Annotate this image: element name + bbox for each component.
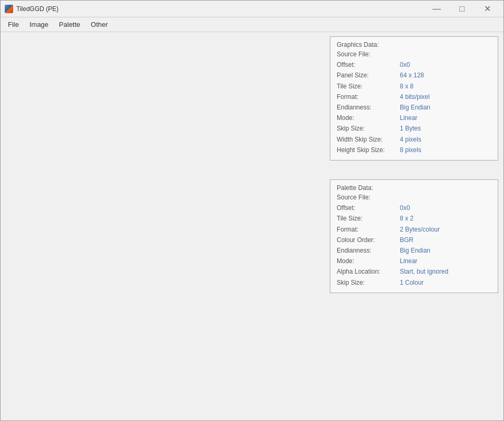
title-bar-controls: — □ ✕ — [425, 1, 499, 17]
palette-endianness-value: Big Endian — [400, 246, 430, 256]
palette-offset-label: Offset: — [337, 203, 400, 213]
title-bar: TiledGGD (PE) — □ ✕ — [1, 1, 503, 17]
menu-palette[interactable]: Palette — [54, 18, 85, 31]
graphics-skip-size-label: Skip Size: — [337, 124, 400, 134]
palette-format-row: Format: 2 Bytes/colour — [337, 225, 491, 235]
graphics-tile-size-row: Tile Size: 8 x 8 — [337, 82, 491, 92]
palette-colour-order-row: Colour Order: BGR — [337, 235, 491, 245]
menu-file[interactable]: File — [3, 18, 24, 31]
graphics-offset-label: Offset: — [337, 60, 400, 70]
palette-mode-value: Linear — [400, 256, 417, 266]
palette-tile-size-label: Tile Size: — [337, 214, 400, 224]
graphics-offset-row: Offset: 0x0 — [337, 60, 491, 70]
graphics-format-value: 4 bits/pixel — [400, 92, 430, 102]
palette-offset-row: Offset: 0x0 — [337, 203, 491, 213]
close-button[interactable]: ✕ — [475, 1, 499, 17]
graphics-width-skip-value: 4 pixels — [400, 135, 421, 145]
palette-tile-size-row: Tile Size: 8 x 2 — [337, 214, 491, 224]
graphics-height-skip-label: Height Skip Size: — [337, 145, 400, 155]
graphics-mode-label: Mode: — [337, 113, 400, 123]
graphics-height-skip-value: 8 pixels — [400, 145, 421, 155]
palette-colour-order-value: BGR — [400, 235, 414, 245]
graphics-offset-value: 0x0 — [400, 60, 410, 70]
palette-skip-size-row: Skip Size: 1 Colour — [337, 278, 491, 288]
graphics-skip-size-value: 1 Bytes — [400, 124, 421, 134]
menu-other[interactable]: Other — [86, 18, 114, 31]
palette-skip-size-label: Skip Size: — [337, 278, 400, 288]
graphics-mode-value: Linear — [400, 113, 417, 123]
graphics-width-skip-label: Width Skip Size: — [337, 135, 400, 145]
palette-alpha-location-row: Alpha Location: Start, but ignored — [337, 267, 491, 277]
menu-bar: File Image Palette Other — [1, 17, 503, 32]
graphics-panel-size-value: 64 x 128 — [400, 71, 424, 81]
palette-format-value: 2 Bytes/colour — [400, 225, 440, 235]
minimize-button[interactable]: — — [425, 1, 449, 17]
graphics-skip-size-row: Skip Size: 1 Bytes — [337, 124, 491, 134]
graphics-panel-header: Graphics Data: — [337, 41, 491, 48]
palette-alpha-location-label: Alpha Location: — [337, 267, 400, 277]
palette-mode-label: Mode: — [337, 256, 400, 266]
graphics-panel-size-label: Panel Size: — [337, 71, 400, 81]
graphics-source-file-label: Source File: — [337, 49, 400, 59]
main-window: TiledGGD (PE) — □ ✕ File Image Palette O… — [0, 0, 504, 421]
graphics-mode-row: Mode: Linear — [337, 113, 491, 123]
graphics-endianness-value: Big Endian — [400, 103, 430, 113]
palette-data-panel: Palette Data: Source File: Offset: 0x0 T… — [330, 179, 498, 293]
palette-endianness-label: Endianness: — [337, 246, 400, 256]
maximize-button[interactable]: □ — [450, 1, 474, 17]
palette-format-label: Format: — [337, 225, 400, 235]
menu-image[interactable]: Image — [24, 18, 54, 31]
palette-tile-size-value: 8 x 2 — [400, 214, 414, 224]
window-title: TiledGGD (PE) — [16, 5, 58, 13]
graphics-endianness-row: Endianness: Big Endian — [337, 103, 491, 113]
palette-source-file-label: Source File: — [337, 193, 400, 203]
main-content: Graphics Data: Source File: Offset: 0x0 … — [1, 32, 503, 420]
palette-mode-row: Mode: Linear — [337, 256, 491, 266]
graphics-panel-size-row: Panel Size: 64 x 128 — [337, 71, 491, 81]
palette-colour-order-label: Colour Order: — [337, 235, 400, 245]
title-bar-left: TiledGGD (PE) — [5, 5, 58, 13]
graphics-width-skip-row: Width Skip Size: 4 pixels — [337, 135, 491, 145]
graphics-height-skip-row: Height Skip Size: 8 pixels — [337, 145, 491, 155]
graphics-endianness-label: Endianness: — [337, 103, 400, 113]
palette-endianness-row: Endianness: Big Endian — [337, 246, 491, 256]
palette-skip-size-value: 1 Colour — [400, 278, 424, 288]
palette-alpha-location-value: Start, but ignored — [400, 267, 448, 277]
graphics-format-row: Format: 4 bits/pixel — [337, 92, 491, 102]
palette-panel-header: Palette Data: — [337, 184, 491, 192]
graphics-data-panel: Graphics Data: Source File: Offset: 0x0 … — [330, 36, 498, 161]
app-icon — [5, 5, 13, 13]
graphics-source-file-row: Source File: — [337, 49, 491, 59]
palette-offset-value: 0x0 — [400, 203, 410, 213]
palette-source-file-row: Source File: — [337, 193, 491, 203]
graphics-tile-size-label: Tile Size: — [337, 82, 400, 92]
graphics-tile-size-value: 8 x 8 — [400, 82, 414, 92]
graphics-format-label: Format: — [337, 92, 400, 102]
